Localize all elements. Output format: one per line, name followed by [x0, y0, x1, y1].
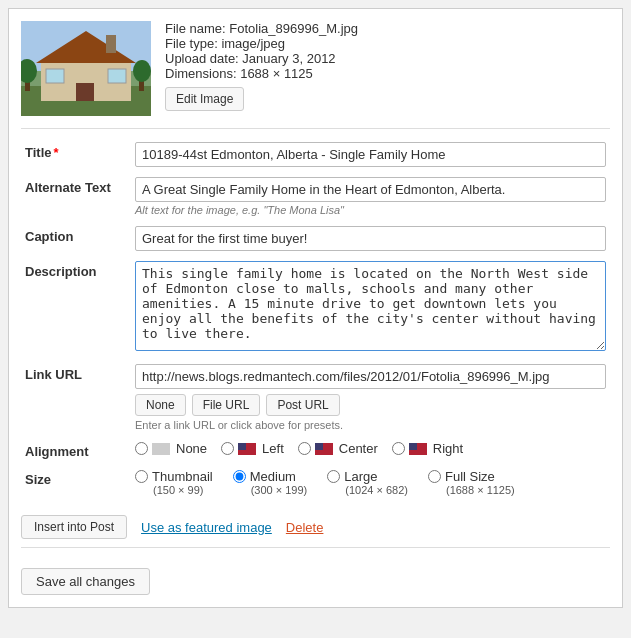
- description-textarea[interactable]: [135, 261, 606, 351]
- alignment-label: Alignment: [25, 444, 89, 459]
- link-url-row: Link URL None File URL Post URL Enter a …: [21, 359, 610, 436]
- file-type-label: File type:: [165, 36, 218, 51]
- align-left-radio[interactable]: [221, 442, 234, 455]
- size-medium-text: Medium: [250, 469, 296, 484]
- size-large-text: Large: [344, 469, 377, 484]
- align-right-option[interactable]: Right: [392, 441, 463, 456]
- link-url-hint: Enter a link URL or click above for pres…: [135, 419, 606, 431]
- size-thumbnail-text: Thumbnail: [152, 469, 213, 484]
- post-url-button[interactable]: Post URL: [266, 394, 339, 416]
- alt-text-label: Alternate Text: [25, 180, 111, 195]
- description-row: Description: [21, 256, 610, 359]
- title-input-cell: [131, 137, 610, 172]
- file-type-value: image/jpeg: [221, 36, 285, 51]
- align-right-label: Right: [433, 441, 463, 456]
- link-url-label: Link URL: [25, 367, 82, 382]
- align-center-label: Center: [339, 441, 378, 456]
- size-full-dims: (1688 × 1125): [446, 484, 515, 496]
- size-thumbnail-dims: (150 × 99): [153, 484, 203, 496]
- dimensions-value: 1688 × 1125: [240, 66, 313, 81]
- size-thumbnail-radio[interactable]: [135, 470, 148, 483]
- size-full-label[interactable]: Full Size: [428, 469, 495, 484]
- align-none-option[interactable]: None: [135, 441, 207, 456]
- caption-row: Caption: [21, 221, 610, 256]
- use-as-featured-image-button[interactable]: Use as featured image: [141, 520, 272, 535]
- alignment-label-cell: Alignment: [21, 436, 131, 464]
- size-medium-dims: (300 × 199): [251, 484, 308, 496]
- dimensions-row: Dimensions: 1688 × 1125: [165, 66, 358, 81]
- align-center-radio[interactable]: [298, 442, 311, 455]
- caption-input-cell: [131, 221, 610, 256]
- divider-bottom: [21, 547, 610, 548]
- size-options-cell: Thumbnail (150 × 99) Medium (300 × 199): [131, 464, 610, 501]
- description-label-cell: Description: [21, 256, 131, 359]
- svg-point-12: [133, 60, 151, 82]
- align-left-flag: [238, 443, 256, 455]
- alignment-options-group: None Left Center: [135, 441, 606, 456]
- svg-rect-5: [76, 83, 94, 101]
- size-large-option: Large (1024 × 682): [327, 469, 408, 496]
- size-options-group: Thumbnail (150 × 99) Medium (300 × 199): [135, 469, 606, 496]
- none-url-button[interactable]: None: [135, 394, 186, 416]
- file-name-row: File name: Fotolia_896996_M.jpg: [165, 21, 358, 36]
- image-thumbnail: [21, 21, 151, 116]
- title-label: Title: [25, 145, 52, 160]
- alignment-options-cell: None Left Center: [131, 436, 610, 464]
- file-url-button[interactable]: File URL: [192, 394, 261, 416]
- dimensions-label: Dimensions:: [165, 66, 237, 81]
- align-center-option[interactable]: Center: [298, 441, 378, 456]
- upload-date-row: Upload date: January 3, 2012: [165, 51, 358, 66]
- link-url-input[interactable]: [135, 364, 606, 389]
- insert-into-post-button[interactable]: Insert into Post: [21, 515, 127, 539]
- alt-text-row: Alternate Text Alt text for the image, e…: [21, 172, 610, 221]
- align-none-flag: [152, 443, 170, 455]
- action-buttons-row: Insert into Post Use as featured image D…: [21, 511, 610, 539]
- size-thumbnail-label[interactable]: Thumbnail: [135, 469, 213, 484]
- size-full-radio[interactable]: [428, 470, 441, 483]
- size-large-label[interactable]: Large: [327, 469, 377, 484]
- align-left-option[interactable]: Left: [221, 441, 284, 456]
- delete-button[interactable]: Delete: [286, 520, 324, 535]
- svg-rect-8: [106, 35, 116, 53]
- description-label: Description: [25, 264, 97, 279]
- description-input-cell: [131, 256, 610, 359]
- size-large-radio[interactable]: [327, 470, 340, 483]
- alignment-row: Alignment None Left: [21, 436, 610, 464]
- save-all-changes-button[interactable]: Save all changes: [21, 568, 150, 595]
- svg-rect-7: [108, 69, 126, 83]
- main-container: File name: Fotolia_896996_M.jpg File typ…: [8, 8, 623, 608]
- align-right-flag: [409, 443, 427, 455]
- size-medium-option: Medium (300 × 199): [233, 469, 308, 496]
- alt-text-hint: Alt text for the image, e.g. "The Mona L…: [135, 204, 606, 216]
- align-right-radio[interactable]: [392, 442, 405, 455]
- size-row: Size Thumbnail (150 × 99): [21, 464, 610, 501]
- caption-input[interactable]: [135, 226, 606, 251]
- alt-text-input-cell: Alt text for the image, e.g. "The Mona L…: [131, 172, 610, 221]
- link-url-input-cell: None File URL Post URL Enter a link URL …: [131, 359, 610, 436]
- align-center-flag: [315, 443, 333, 455]
- upload-date-value: January 3, 2012: [242, 51, 335, 66]
- size-thumbnail-option: Thumbnail (150 × 99): [135, 469, 213, 496]
- upload-date-label: Upload date:: [165, 51, 239, 66]
- edit-image-button[interactable]: Edit Image: [165, 87, 244, 111]
- file-meta: File name: Fotolia_896996_M.jpg File typ…: [165, 21, 358, 111]
- align-none-radio[interactable]: [135, 442, 148, 455]
- link-url-label-cell: Link URL: [21, 359, 131, 436]
- divider-top: [21, 128, 610, 129]
- title-label-cell: Title*: [21, 137, 131, 172]
- size-label: Size: [25, 472, 51, 487]
- size-medium-radio[interactable]: [233, 470, 246, 483]
- svg-rect-6: [46, 69, 64, 83]
- alt-text-label-cell: Alternate Text: [21, 172, 131, 221]
- size-large-dims: (1024 × 682): [345, 484, 408, 496]
- alt-text-input[interactable]: [135, 177, 606, 202]
- size-full-text: Full Size: [445, 469, 495, 484]
- title-input[interactable]: [135, 142, 606, 167]
- required-star: *: [54, 145, 59, 160]
- file-name-label: File name:: [165, 21, 226, 36]
- align-none-label: None: [176, 441, 207, 456]
- size-medium-label[interactable]: Medium: [233, 469, 296, 484]
- caption-label: Caption: [25, 229, 73, 244]
- size-label-cell: Size: [21, 464, 131, 501]
- size-full-option: Full Size (1688 × 1125): [428, 469, 515, 496]
